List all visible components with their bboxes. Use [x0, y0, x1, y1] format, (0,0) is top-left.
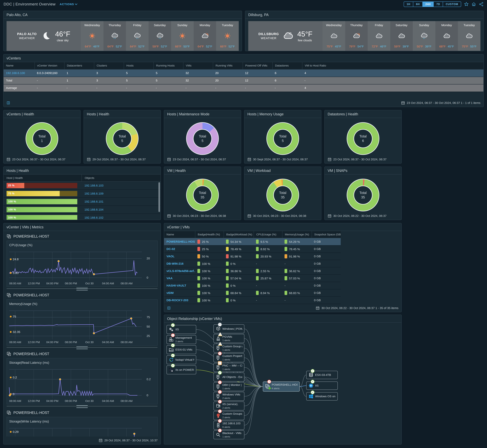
vm-table-row[interactable]: vIDM100 %68.84 %8.94 %68.83 %0 GB	[164, 289, 341, 297]
table-row[interactable]: Total-13553220126-	[4, 77, 483, 84]
vm-table-row[interactable]: POWERSHELL-HOST25 %54.34 %9.5 %54.29 %0 …	[164, 238, 341, 246]
time-range-custom[interactable]: CUSTOM	[443, 2, 461, 7]
vm-link[interactable]: HASHI-VAULT	[167, 284, 186, 287]
time-range-6h[interactable]: 6H	[413, 2, 423, 7]
column-settings-icon[interactable]	[7, 101, 10, 105]
donut-chart[interactable]: Total35	[347, 179, 379, 211]
column-header[interactable]: VMs	[183, 62, 213, 69]
host-link[interactable]: 192.168.6.101	[84, 200, 104, 203]
graph-node-pnc-mm-cisco[interactable]: !PNC -- MM -- Cisco1 alerts	[214, 363, 244, 372]
donut-chart[interactable]: Total5	[106, 123, 138, 154]
time-range-24h[interactable]: 24H	[423, 2, 434, 7]
donut-chart[interactable]: Total6	[347, 123, 379, 154]
graph-node-esxi-01-vms[interactable]: ✓ESXi-01-VMs	[167, 345, 196, 354]
column-header[interactable]: Badge|Workload (%)	[224, 231, 254, 238]
vm-table-row[interactable]: HASHI-VAULT100 %0 %--0 GB	[164, 282, 341, 289]
column-header[interactable]: Powered Off VMs	[243, 62, 272, 69]
column-settings-icon[interactable]	[167, 306, 171, 310]
home-icon[interactable]	[471, 2, 476, 7]
graph-node-powershell-host[interactable]: !POWERSHELL-HOST4 alerts	[263, 382, 300, 392]
donut-chart[interactable]: Total5	[267, 123, 298, 154]
donut-chart[interactable]: Total1	[26, 123, 58, 154]
graph-node-iis-service-[interactable]: !IIS (service).2 alerts	[214, 401, 244, 410]
actions-menu[interactable]: ACTIONS	[60, 3, 77, 6]
host-health-row[interactable]: 100 %192.168.6.101	[4, 198, 160, 206]
column-header[interactable]: VM to Host Ratio	[302, 62, 335, 69]
host-health-row[interactable]: 100 %192.168.6.102	[4, 214, 160, 220]
column-header[interactable]: Name	[4, 62, 34, 69]
column-header[interactable]: Clusters	[94, 62, 124, 69]
column-header[interactable]: Badge|Health (%)	[195, 231, 224, 238]
graph-node-pgvms[interactable]: !PGVMs1 alerts	[214, 334, 244, 343]
host-link[interactable]: 192.168.6.104	[84, 208, 104, 211]
host-link[interactable]: 192.168.6.102	[84, 216, 104, 219]
graph-node-management[interactable]: !Management2 alerts	[167, 335, 196, 344]
donut-chart[interactable]: Total35	[187, 179, 218, 211]
column-header[interactable]: Running VMs	[213, 62, 243, 69]
chart-resize-handle[interactable]	[7, 288, 158, 290]
time-range-7d[interactable]: 7D	[434, 2, 443, 7]
graph-node-iis-on-powershel[interactable]: ✓IIs on POWERSHEL	[167, 365, 196, 374]
graph-node-iis[interactable]: ✓IIS	[167, 325, 196, 334]
graph-node-custom-group-with[interactable]: !Custom Group with1 alerts	[214, 344, 244, 352]
graph-node-dbh-monitor-ma[interactable]: !DBH | Monitor | Ma1 alerts	[214, 382, 244, 391]
column-header[interactable]: Hosts	[124, 62, 153, 69]
graph-node-fastapi-virtual-mac[interactable]: ✓fastapi Virtual Mac	[167, 355, 196, 364]
cell-value: 100 %	[202, 277, 210, 280]
scrollbar[interactable]	[159, 182, 160, 212]
share-icon[interactable]	[479, 2, 483, 7]
favorite-star-icon[interactable]	[464, 2, 469, 7]
graph-node-192-168-6-103[interactable]: !192.168.6.1036 alerts	[214, 421, 244, 430]
donut-chart[interactable]: Total5	[187, 123, 218, 154]
node-label: Blackout - VMs1 alerts	[222, 431, 241, 438]
column-header[interactable]: Datastores	[272, 62, 302, 69]
graph-node-blackout-vms[interactable]: !Blackout - VMs1 alerts	[214, 430, 244, 439]
vm-table-row[interactable]: DB-ROCKY-203100 %0 %--0 GB	[164, 297, 341, 304]
column-header[interactable]: Snapshot Space (GB)	[311, 231, 341, 238]
host-health-row[interactable]: 100 %192.168.6.104	[4, 206, 160, 214]
graph-node-windows-os-on-p-[interactable]: ✓Windows OS on P(	[306, 392, 338, 400]
vm-table-row[interactable]: VAOL50 %91.98 %20.93 %91.98 %0 GB	[164, 253, 341, 260]
table-row[interactable]: 192.168.6.1008.0.3-24091160135532201264	[4, 70, 483, 77]
vcenter-link[interactable]: 192.168.6.100	[6, 71, 25, 75]
metric-chart[interactable]: Memory|Usage (%)7550257532.3508:00 AM12:…	[7, 299, 158, 346]
graph-node-iis[interactable]: ✓IIS	[306, 382, 338, 390]
vm-table-row[interactable]: vCLS-878e4d56-aef...100 %36.86 %2.55 %36…	[164, 267, 341, 275]
table-row[interactable]: Average---------4	[4, 84, 483, 92]
vm-link[interactable]: vIDM	[167, 291, 174, 295]
graph-node-windows-power[interactable]: ?Windows | POWER	[214, 324, 244, 333]
host-health-row[interactable]: 75 %192.168.6.109	[4, 190, 160, 198]
graph-node-custom-groups-of[interactable]: !Custom Groups of2 alerts	[214, 411, 244, 420]
vm-link[interactable]: DB-ROCKY-203	[167, 298, 188, 302]
column-header[interactable]: Running Hosts	[153, 62, 183, 69]
metric-chart[interactable]: CPU|Usage (%)20024.83.6308:00 AM12:00 PM…	[7, 240, 158, 287]
graph-node-esx-03-4tb[interactable]: ✓ESX-03-4TB	[306, 371, 338, 379]
time-range-1h[interactable]: 1H	[404, 2, 413, 7]
column-header[interactable]: vCenter Version	[34, 62, 64, 69]
vm-link[interactable]: DB-WIN-216	[167, 262, 184, 265]
chart-resize-handle[interactable]	[7, 405, 158, 407]
metric-chart[interactable]: Storage|Read Latency (ms)0.200.2008:00 A…	[7, 358, 158, 404]
vm-link[interactable]: POWERSHELL-HOST	[167, 240, 195, 243]
host-link[interactable]: 192.168.6.109	[84, 192, 104, 195]
vm-table-row[interactable]: DC-0225 %78.49 %8.92 %78.45 %0 GB	[164, 246, 341, 253]
graph-node-windows-vms[interactable]: !Windows VMs2 alerts	[214, 392, 244, 401]
host-health-row[interactable]: 25 %192.168.6.103	[4, 182, 160, 190]
vm-link[interactable]: VAOL	[167, 255, 175, 258]
high-temp: 66°F	[175, 45, 181, 48]
host-link[interactable]: 192.168.6.103	[84, 184, 104, 187]
graph-node-all-objects-exclu[interactable]: ✓All Objects - Exclu	[214, 373, 244, 382]
vm-link[interactable]: DC-02	[167, 247, 175, 251]
vm-table-row[interactable]: DB-WIN-216100 %0 %--0 GB	[164, 260, 341, 267]
column-header[interactable]: Name	[164, 231, 195, 238]
donut-chart[interactable]: Total35	[267, 179, 298, 211]
node-label: Windows VMs2 alerts	[222, 393, 240, 400]
vm-table-row[interactable]: VAA100 %57.04 %25.87 %57.03 %0 GB	[164, 275, 341, 282]
column-header[interactable]: CPU|Usage (%)	[254, 231, 282, 238]
column-header[interactable]: Memory|Usage (%)	[282, 231, 311, 238]
column-header[interactable]: Datacenters	[64, 62, 94, 69]
vm-link[interactable]: VAA	[167, 277, 173, 280]
chart-resize-handle[interactable]	[7, 346, 158, 349]
vm-link[interactable]: vCLS-878e4d56-aef...	[167, 269, 195, 272]
graph-node-custom-property-[interactable]: !Custom Property -1 alerts	[214, 353, 244, 362]
